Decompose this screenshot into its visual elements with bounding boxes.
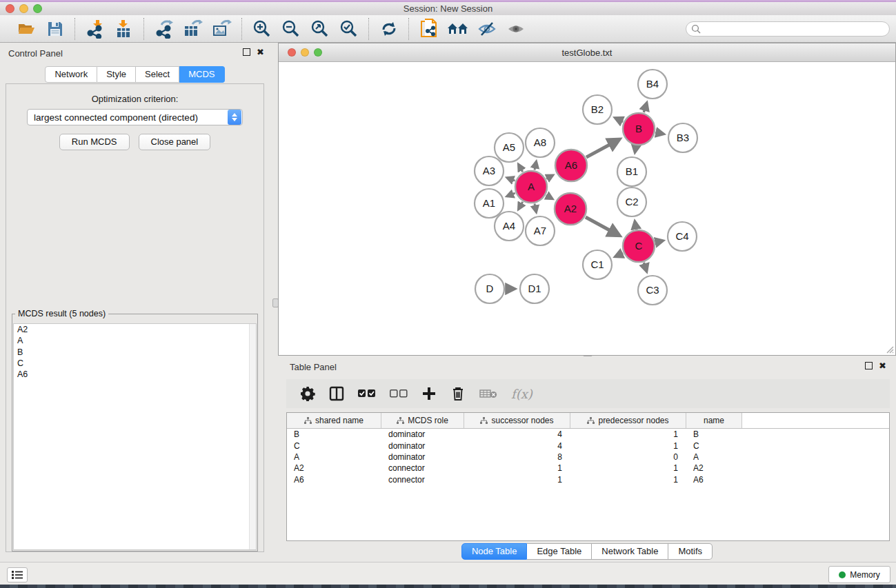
graph-edge-B-B2[interactable] [615,118,623,121]
select-all-checkboxes-icon[interactable] [358,385,376,402]
table-cell[interactable]: connector [381,463,464,473]
graph-edge-B-B3[interactable] [655,132,664,134]
graph-edge-A-A4[interactable] [519,202,523,210]
graph-edge-B-B1[interactable] [635,146,636,152]
tab-motifs[interactable]: Motifs [668,543,713,560]
add-column-icon[interactable] [421,385,437,402]
export-table-icon[interactable] [182,18,204,40]
graph-node-A2[interactable]: A2 [555,193,586,225]
graph-node-D[interactable]: D [475,274,504,303]
graph-node-B2[interactable]: B2 [583,95,612,124]
delete-table-icon[interactable] [479,385,497,402]
criterion-select[interactable]: largest connected component (directed) [27,109,243,125]
column-header-MCDS-role[interactable]: MCDS role [381,413,464,428]
table-cell[interactable]: 1 [570,475,686,485]
graph-node-A1[interactable]: A1 [475,189,504,218]
graph-edge-A-A5[interactable] [519,164,523,172]
graph-node-A8[interactable]: A8 [526,128,555,157]
graph-node-C2[interactable]: C2 [617,187,646,216]
table-cell[interactable]: 4 [464,441,570,451]
graph-edge-A-A1[interactable] [507,193,515,196]
table-cell[interactable]: 8 [464,452,570,462]
table-cell[interactable]: 0 [570,452,686,462]
table-cell[interactable]: 1 [464,475,570,485]
show-graphics-details-icon[interactable] [505,18,527,40]
run-mcds-button[interactable]: Run MCDS [59,134,130,150]
graph-edge-A-A8[interactable] [535,161,536,170]
node-table[interactable]: shared nameMCDS rolesuccessor nodesprede… [286,412,890,541]
graph-node-C1[interactable]: C1 [583,250,612,279]
table-row[interactable]: Bdominator41B [287,429,889,440]
table-row[interactable]: A6connector11A6 [287,474,889,485]
column-header-predecessor-nodes[interactable]: predecessor nodes [570,413,686,428]
tab-edge-table[interactable]: Edge Table [527,543,592,560]
float-panel-icon[interactable] [243,48,250,56]
table-cell[interactable]: connector [381,475,464,485]
graph-edge-C-C3[interactable] [644,263,646,272]
table-cell[interactable]: C [686,441,742,451]
export-image-icon[interactable] [211,18,233,40]
result-item[interactable]: C [14,358,256,369]
delete-column-icon[interactable] [450,385,466,402]
open-session-icon[interactable] [15,18,37,40]
graph-edge-A6-B[interactable] [586,139,619,157]
mcds-result-list[interactable]: A2ABCA6 [13,323,257,550]
result-item[interactable]: A6 [14,369,256,380]
zoom-out-icon[interactable] [280,18,302,40]
result-scrollbar[interactable] [249,324,256,549]
table-row[interactable]: Cdominator41C [287,440,889,451]
table-row[interactable]: Adominator80A [287,452,889,463]
zoom-selected-icon[interactable] [338,18,360,40]
result-item[interactable]: A2 [14,324,256,335]
table-cell[interactable]: 4 [464,429,570,439]
tab-network-table[interactable]: Network Table [592,543,668,560]
search-input[interactable] [704,23,889,35]
close-table-panel-icon[interactable]: ✖ [879,363,886,369]
graph-edge-C-C4[interactable] [655,241,663,242]
resize-grip-icon[interactable] [884,344,894,354]
network-canvas[interactable]: B4B2BB3B1A5A8A6A3AA1A2C2A4A7CC4C1C3DD1 [279,62,895,355]
graph-edge-C-C2[interactable] [635,221,636,229]
graph-node-A[interactable]: A [515,171,547,203]
graph-node-A5[interactable]: A5 [495,133,524,162]
close-panel-icon[interactable]: ✖ [257,49,264,56]
graph-node-A7[interactable]: A7 [526,216,555,245]
result-item[interactable]: B [14,347,256,358]
table-cell[interactable]: A6 [686,475,742,485]
table-cell[interactable]: dominator [381,441,464,451]
tab-node-table[interactable]: Node Table [461,543,528,560]
table-cell[interactable]: A2 [287,463,381,473]
graph-edge-B-B4[interactable] [644,103,646,112]
graph-edge-A-A3[interactable] [507,178,515,181]
tab-select[interactable]: Select [136,66,179,83]
graph-node-C3[interactable]: C3 [638,276,667,305]
float-table-panel-icon[interactable] [865,362,873,369]
table-cell[interactable]: C [287,441,381,451]
graph-edge-A-A7[interactable] [535,203,536,212]
graph-node-B4[interactable]: B4 [638,70,667,99]
graph-node-B3[interactable]: B3 [668,123,697,152]
table-cell[interactable]: A2 [686,463,742,473]
save-session-icon[interactable] [44,18,66,40]
graph-edge-A2-C[interactable] [586,217,619,235]
tab-network[interactable]: Network [45,66,97,83]
graph-node-B1[interactable]: B1 [617,157,646,186]
import-table-icon[interactable] [113,18,135,40]
column-header-shared-name[interactable]: shared name [287,413,381,428]
export-network-icon[interactable] [153,18,175,40]
table-cell[interactable]: dominator [381,429,464,439]
table-cell[interactable]: 1 [464,463,570,473]
zoom-fit-icon[interactable] [309,18,331,40]
zoom-in-icon[interactable] [251,18,273,40]
table-row[interactable]: A2connector11A2 [287,463,889,474]
table-cell[interactable]: A [686,452,742,462]
graph-node-C4[interactable]: C4 [668,222,697,251]
graph-node-C[interactable]: C [623,230,655,262]
gear-icon[interactable] [300,385,315,402]
graph-edge-A-A6[interactable] [546,175,553,179]
graph-edge-A-A2[interactable] [546,195,552,199]
task-history-button[interactable] [7,567,28,582]
graph-node-A4[interactable]: A4 [495,212,524,241]
column-header-name[interactable]: name [686,413,742,428]
table-cell[interactable]: 1 [570,463,686,473]
